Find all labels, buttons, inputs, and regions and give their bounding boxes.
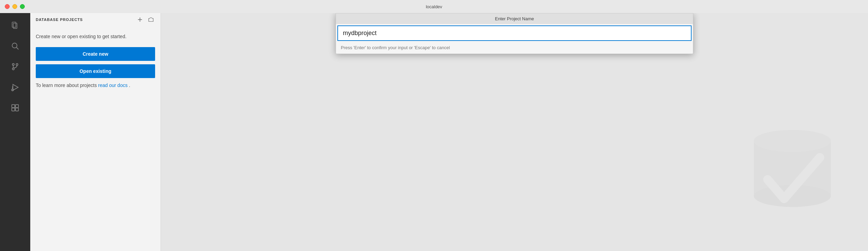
close-button[interactable] [5, 4, 10, 9]
open-folder-button[interactable] [147, 15, 155, 24]
sidebar: DATABASE PROJECTS Create new or open exi… [30, 13, 161, 251]
sidebar-title: DATABASE PROJECTS [36, 18, 136, 22]
sidebar-item-source-control[interactable] [6, 57, 25, 76]
svg-point-5 [16, 64, 18, 65]
command-palette: Enter Project Name Press 'Enter' to conf… [336, 13, 693, 54]
svg-rect-1 [13, 23, 17, 29]
command-palette-title: Enter Project Name [336, 13, 693, 24]
app-body: DATABASE PROJECTS Create new or open exi… [0, 13, 868, 251]
sidebar-item-extensions[interactable] [6, 98, 25, 118]
sidebar-item-run-debug[interactable] [6, 78, 25, 97]
svg-point-4 [12, 64, 14, 65]
sidebar-content: Create new or open existing to get start… [30, 26, 161, 251]
create-new-button[interactable]: Create new [36, 47, 155, 61]
svg-rect-10 [12, 108, 15, 111]
activity-bar [0, 13, 30, 251]
svg-point-2 [12, 43, 17, 48]
docs-suffix: . [129, 83, 130, 88]
svg-rect-0 [12, 22, 16, 27]
main-content: Enter Project Name Press 'Enter' to conf… [161, 13, 868, 251]
sidebar-header: DATABASE PROJECTS [30, 13, 161, 26]
command-hint: Press 'Enter' to confirm your input or '… [336, 42, 693, 54]
svg-point-8 [12, 89, 13, 91]
svg-rect-13 [15, 105, 19, 108]
svg-rect-12 [12, 105, 15, 108]
open-existing-button[interactable]: Open existing [36, 64, 155, 78]
docs-link[interactable]: read our docs [98, 83, 128, 88]
maximize-button[interactable] [20, 4, 25, 9]
sidebar-item-search[interactable] [6, 36, 25, 56]
svg-rect-11 [15, 108, 19, 111]
sidebar-docs-text: To learn more about projects read our do… [36, 81, 155, 89]
window-title: localdev [426, 4, 442, 9]
sidebar-item-files[interactable] [6, 16, 25, 35]
project-name-input[interactable] [337, 25, 692, 41]
sidebar-description: Create new or open existing to get start… [36, 33, 155, 40]
traffic-lights [5, 4, 25, 9]
command-palette-overlay: Enter Project Name Press 'Enter' to conf… [161, 13, 868, 251]
minimize-button[interactable] [12, 4, 17, 9]
command-input-wrapper [336, 24, 693, 42]
add-project-button[interactable] [136, 15, 144, 24]
title-bar: localdev [0, 0, 868, 13]
svg-marker-7 [13, 84, 18, 90]
svg-line-3 [17, 47, 19, 50]
docs-prefix: To learn more about projects [36, 83, 98, 88]
sidebar-actions [136, 15, 155, 24]
